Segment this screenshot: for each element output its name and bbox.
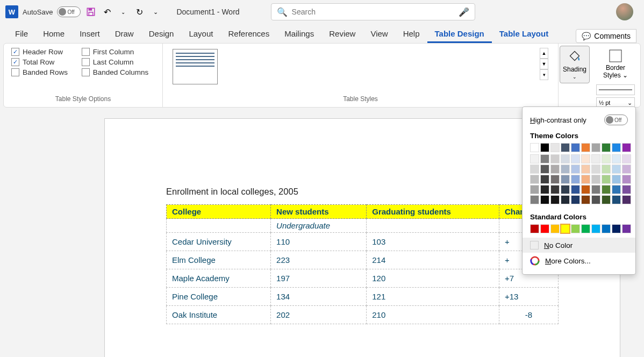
tab-references[interactable]: References	[220, 26, 277, 43]
subhead-undergrad[interactable]: Undergraduate	[271, 219, 367, 233]
col-college[interactable]: College	[167, 205, 271, 219]
color-swatch[interactable]	[571, 175, 580, 184]
color-swatch[interactable]	[581, 195, 590, 204]
color-swatch[interactable]	[612, 185, 621, 194]
color-swatch[interactable]	[540, 143, 549, 152]
color-swatch[interactable]	[530, 195, 539, 204]
color-swatch[interactable]	[561, 165, 570, 174]
color-swatch[interactable]	[530, 224, 539, 233]
save-icon[interactable]	[85, 6, 97, 18]
color-swatch[interactable]	[581, 175, 590, 184]
col-new-students[interactable]: New students	[271, 205, 367, 219]
high-contrast-toggle[interactable]: Off	[604, 115, 628, 125]
tab-layout[interactable]: Layout	[181, 26, 220, 43]
color-swatch[interactable]	[571, 185, 580, 194]
opt-header-row[interactable]: Header Row	[11, 48, 74, 56]
color-swatch[interactable]	[581, 224, 590, 233]
comments-button[interactable]: 💬 Comments	[576, 29, 636, 43]
color-swatch[interactable]	[622, 195, 631, 204]
styles-down-icon[interactable]: ▼	[540, 59, 548, 69]
search-input[interactable]	[292, 8, 454, 16]
tab-insert[interactable]: Insert	[72, 26, 108, 43]
color-swatch[interactable]	[561, 185, 570, 194]
opt-last-column[interactable]: Last Column	[82, 58, 155, 66]
color-swatch[interactable]	[622, 154, 631, 163]
color-swatch[interactable]	[530, 143, 539, 152]
undo-icon[interactable]: ↶	[101, 6, 113, 18]
color-swatch[interactable]	[602, 143, 611, 152]
color-swatch[interactable]	[530, 154, 539, 163]
color-swatch[interactable]	[591, 143, 600, 152]
color-swatch[interactable]	[550, 143, 560, 152]
color-swatch[interactable]	[602, 154, 611, 163]
autosave-toggle[interactable]: Off	[57, 6, 81, 17]
undo-more-icon[interactable]: ⌄	[117, 6, 129, 18]
color-swatch[interactable]	[561, 175, 570, 184]
color-swatch[interactable]	[540, 224, 549, 233]
color-swatch[interactable]	[540, 185, 549, 194]
color-swatch[interactable]	[571, 165, 580, 174]
color-swatch[interactable]	[571, 143, 580, 152]
color-swatch[interactable]	[622, 165, 631, 174]
border-line-style[interactable]	[596, 84, 635, 95]
tab-help[interactable]: Help	[396, 26, 427, 43]
color-swatch[interactable]	[612, 224, 621, 233]
color-swatch[interactable]	[530, 175, 539, 184]
color-swatch[interactable]	[530, 185, 539, 194]
tab-file[interactable]: File	[8, 26, 35, 43]
color-swatch[interactable]	[581, 185, 590, 194]
color-swatch[interactable]	[602, 195, 611, 204]
color-swatch[interactable]	[591, 175, 600, 184]
color-swatch[interactable]	[550, 165, 560, 174]
tab-review[interactable]: Review	[321, 26, 363, 43]
styles-up-icon[interactable]: ▲	[540, 48, 548, 59]
color-swatch[interactable]	[602, 224, 611, 233]
tab-view[interactable]: View	[363, 26, 395, 43]
color-swatch[interactable]	[622, 224, 631, 233]
tab-mailings[interactable]: Mailings	[277, 26, 321, 43]
color-swatch[interactable]	[540, 165, 549, 174]
color-swatch[interactable]	[550, 154, 560, 163]
color-swatch[interactable]	[550, 185, 560, 194]
tab-draw[interactable]: Draw	[108, 26, 141, 43]
mic-icon[interactable]: 🎤	[459, 7, 469, 17]
opt-total-row[interactable]: Total Row	[11, 58, 74, 66]
color-swatch[interactable]	[540, 175, 549, 184]
color-swatch[interactable]	[622, 185, 631, 194]
no-color-item[interactable]: No Color	[523, 238, 635, 253]
redo-icon[interactable]: ↻	[133, 6, 145, 18]
color-swatch[interactable]	[591, 165, 600, 174]
color-swatch[interactable]	[591, 185, 600, 194]
color-swatch[interactable]	[602, 175, 611, 184]
tab-table-design[interactable]: Table Design	[427, 26, 492, 43]
user-avatar[interactable]	[616, 3, 633, 20]
col-graduating[interactable]: Graduating students	[367, 205, 499, 219]
color-swatch[interactable]	[571, 224, 580, 233]
styles-more-icon[interactable]: ▾	[540, 69, 548, 80]
color-swatch[interactable]	[591, 154, 600, 163]
color-swatch[interactable]	[561, 143, 570, 152]
opt-banded-rows[interactable]: Banded Rows	[11, 68, 74, 76]
opt-banded-columns[interactable]: Banded Columns	[82, 68, 155, 76]
color-swatch[interactable]	[622, 175, 631, 184]
color-swatch[interactable]	[591, 224, 600, 233]
color-swatch[interactable]	[591, 195, 600, 204]
color-swatch[interactable]	[561, 154, 570, 163]
color-swatch[interactable]	[581, 165, 590, 174]
color-swatch[interactable]	[550, 175, 560, 184]
color-swatch[interactable]	[550, 224, 560, 233]
shading-button[interactable]: Shading ⌄	[560, 46, 590, 83]
color-swatch[interactable]	[571, 195, 580, 204]
tab-table-layout[interactable]: Table Layout	[492, 26, 556, 43]
color-swatch[interactable]	[550, 195, 560, 204]
color-swatch[interactable]	[561, 224, 570, 233]
enrollment-table[interactable]: College New students Graduating students…	[166, 204, 559, 324]
more-colors-item[interactable]: More Colors...	[523, 253, 635, 269]
color-swatch[interactable]	[540, 154, 549, 163]
color-swatch[interactable]	[612, 175, 621, 184]
color-swatch[interactable]	[612, 154, 621, 163]
tab-home[interactable]: Home	[35, 26, 72, 43]
opt-first-column[interactable]: First Column	[82, 48, 155, 56]
color-swatch[interactable]	[540, 195, 549, 204]
color-swatch[interactable]	[571, 154, 580, 163]
